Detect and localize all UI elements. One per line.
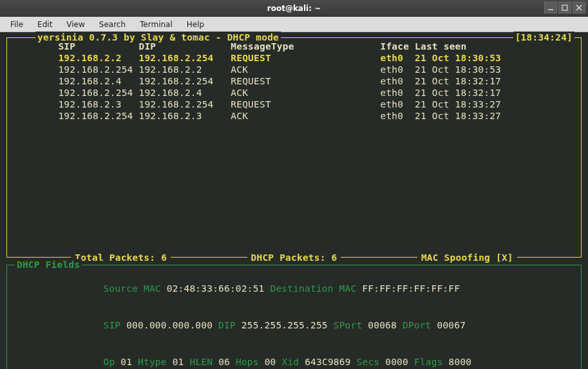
fields-content: Source MAC 02:48:33:66:02:51 Destination… bbox=[12, 268, 576, 369]
footer-mac: MAC Spoofing [X] bbox=[417, 252, 517, 263]
terminal-area[interactable]: yersinia 0.7.3 by Slay & tomac - DHCP mo… bbox=[0, 32, 588, 369]
menubar: File Edit View Search Terminal Help bbox=[0, 17, 588, 32]
window-controls bbox=[544, 2, 585, 14]
table-row[interactable]: 192.168.2.2 192.168.2.254 REQUEST eth0 2… bbox=[12, 52, 576, 64]
menu-search[interactable]: Search bbox=[93, 18, 132, 31]
window-title: root@kali: ~ bbox=[0, 4, 588, 13]
panel-clock: [18:34:24] bbox=[513, 32, 574, 43]
footer-dhcp: DHCP Packets: 6 bbox=[247, 252, 341, 263]
footer-total: Total Packets: 6 bbox=[71, 252, 171, 263]
dhcp-fields-panel: DHCP Fields Source MAC 02:48:33:66:02:51… bbox=[6, 265, 582, 369]
packets-panel: yersinia 0.7.3 by Slay & tomac - DHCP mo… bbox=[6, 37, 582, 258]
menu-terminal[interactable]: Terminal bbox=[133, 18, 179, 31]
field-line-3: Op 01 Htype 01 HLEN 06 Hops 00 Xid 643C9… bbox=[57, 344, 576, 369]
fields-title: DHCP Fields bbox=[15, 259, 82, 270]
menu-help[interactable]: Help bbox=[180, 18, 211, 31]
minimize-button[interactable] bbox=[544, 2, 557, 14]
table-row[interactable]: 192.168.2.254 192.168.2.4 ACK eth0 21 Oc… bbox=[12, 87, 576, 99]
table-row[interactable]: 192.168.2.4 192.168.2.254 REQUEST eth0 2… bbox=[12, 75, 576, 87]
menu-file[interactable]: File bbox=[4, 18, 30, 31]
field-line-2: SIP 000.000.000.000 DIP 255.255.255.255 … bbox=[57, 307, 576, 344]
field-line-1: Source MAC 02:48:33:66:02:51 Destination… bbox=[57, 270, 576, 307]
menu-edit[interactable]: Edit bbox=[31, 18, 59, 31]
svg-rect-1 bbox=[562, 5, 567, 10]
panel-footer: Total Packets: 6 DHCP Packets: 6 MAC Spo… bbox=[7, 252, 581, 263]
table-row[interactable]: 192.168.2.3 192.168.2.254 REQUEST eth0 2… bbox=[12, 99, 576, 110]
maximize-button[interactable] bbox=[558, 2, 571, 14]
table-row[interactable]: 192.168.2.254 192.168.2.3 ACK eth0 21 Oc… bbox=[12, 110, 576, 122]
table-row[interactable]: 192.168.2.254 192.168.2.2 ACK eth0 21 Oc… bbox=[12, 64, 576, 75]
panel-title: yersinia 0.7.3 by Slay & tomac - DHCP mo… bbox=[35, 32, 281, 43]
close-button[interactable] bbox=[573, 2, 585, 14]
window-titlebar: root@kali: ~ bbox=[0, 0, 588, 17]
menu-view[interactable]: View bbox=[60, 18, 91, 31]
